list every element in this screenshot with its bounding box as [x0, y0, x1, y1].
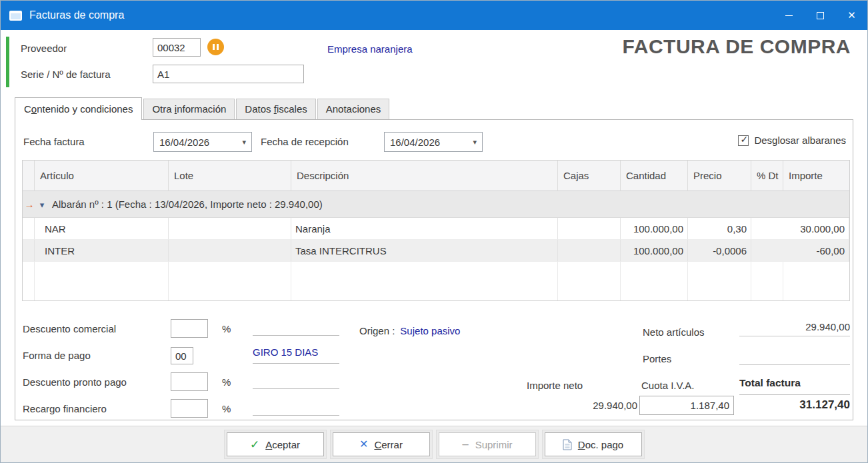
- window-controls: ✕: [773, 1, 867, 30]
- tab-anotaciones[interactable]: Anotaciones: [317, 99, 390, 119]
- col-descripcion[interactable]: Descripción: [291, 161, 558, 191]
- cerrar-button[interactable]: ✕ Cerrar: [333, 432, 430, 456]
- percent-label: %: [222, 323, 231, 334]
- close-x-icon: ✕: [359, 439, 368, 450]
- cuota-iva-input[interactable]: [639, 396, 734, 415]
- tab-panel: Fecha factura 16/04/2026 Fecha de recepc…: [15, 119, 853, 420]
- app-icon: [9, 11, 22, 21]
- facturas-compra-window: Facturas de compra ✕ Proveedor Empresa n…: [0, 0, 868, 463]
- cell-dto[interactable]: [751, 218, 783, 240]
- chevron-down-icon: [473, 138, 477, 147]
- col-cajas[interactable]: Cajas: [558, 161, 621, 191]
- tab-contenido-condiciones[interactable]: Contenido y condiciones: [15, 97, 142, 120]
- desglosar-group: Desglosar albaranes: [738, 135, 846, 146]
- col-cantidad[interactable]: Cantidad: [621, 161, 688, 191]
- cell-cajas[interactable]: [558, 218, 621, 240]
- recargo-display: [253, 400, 339, 416]
- cell-cajas[interactable]: [558, 240, 621, 262]
- desglosar-label: Desglosar albaranes: [754, 135, 846, 146]
- cell-lote[interactable]: [169, 218, 291, 240]
- portes-value: [739, 349, 850, 365]
- col-selector: [23, 161, 35, 191]
- expand-chevron-icon[interactable]: [36, 199, 48, 210]
- cell-descripcion[interactable]: Tasa INTERCITRUS: [291, 240, 558, 262]
- serie-label: Serie / Nº de factura: [21, 69, 111, 80]
- importe-neto-value: 29.940,00: [527, 400, 637, 411]
- tab-bar: Contenido y condiciones Otra información…: [15, 97, 867, 119]
- cuota-iva-label: Cuota I.V.A.: [641, 380, 695, 391]
- cell-cantidad[interactable]: 100.000,00: [621, 240, 688, 262]
- maximize-icon: [817, 12, 824, 19]
- total-factura-label: Total factura: [739, 377, 850, 389]
- aceptar-button[interactable]: ✓ Aceptar: [227, 432, 324, 456]
- cell-dto[interactable]: [751, 240, 783, 262]
- forma-pago-label: Forma de pago: [23, 350, 91, 361]
- tab-datos-fiscales[interactable]: Datos fiscales: [236, 99, 315, 119]
- button-bar: ✓ Aceptar ✕ Cerrar − Suprimir: [1, 426, 867, 462]
- invoice-header: Proveedor Empresa naranjera Serie / Nº d…: [1, 30, 867, 97]
- descuento-pronto-input[interactable]: [171, 372, 208, 391]
- cell-descripcion[interactable]: Naranja: [291, 218, 558, 240]
- col-articulo[interactable]: Artículo: [35, 161, 169, 191]
- titlebar[interactable]: Facturas de compra ✕: [1, 1, 867, 30]
- cell-lote[interactable]: [169, 240, 291, 262]
- col-precio[interactable]: Precio: [688, 161, 751, 191]
- neto-articulos-value: 29.940,00: [739, 321, 850, 336]
- forma-pago-display: GIRO 15 DIAS: [253, 346, 339, 364]
- client-area: Proveedor Empresa naranjera Serie / Nº d…: [1, 30, 867, 426]
- descuento-pronto-display: [253, 373, 339, 389]
- fecha-recepcion-label: Fecha de recepción: [261, 136, 349, 147]
- row-selector: [23, 218, 35, 240]
- close-button[interactable]: ✕: [836, 1, 867, 30]
- cell-cantidad[interactable]: 100.000,00: [621, 218, 688, 240]
- recargo-label: Recargo financiero: [23, 403, 107, 414]
- proveedor-name: Empresa naranjera: [327, 43, 413, 55]
- lines-table: Artículo Lote Descripción Cajas Cantidad…: [22, 160, 850, 301]
- suprimir-button[interactable]: − Suprimir: [439, 432, 536, 456]
- fecha-factura-select[interactable]: 16/04/2026: [153, 132, 252, 152]
- serie-input[interactable]: [153, 65, 304, 83]
- minus-icon: −: [462, 438, 469, 451]
- cell-precio[interactable]: 0,30: [688, 218, 751, 240]
- col-lote[interactable]: Lote: [169, 161, 291, 191]
- document-title: FACTURA DE COMPRA: [623, 35, 851, 58]
- proveedor-input[interactable]: [153, 38, 201, 57]
- cell-articulo[interactable]: NAR: [35, 218, 169, 240]
- descuento-comercial-input[interactable]: [171, 319, 208, 338]
- col-dto[interactable]: % Dt: [751, 161, 783, 191]
- current-row-arrow-icon: [23, 199, 36, 210]
- recargo-input[interactable]: [171, 399, 208, 418]
- cell-precio[interactable]: -0,0006: [688, 240, 751, 262]
- albaran-group-row[interactable]: Albarán nº : 1 (Fecha : 13/04/2026, Impo…: [23, 191, 849, 218]
- forma-pago-input[interactable]: [171, 347, 193, 364]
- window-title: Facturas de compra: [29, 9, 124, 21]
- cell-importe[interactable]: 30.000,00: [783, 218, 849, 240]
- importe-neto-label: Importe neto: [527, 380, 583, 391]
- albaran-group-label: Albarán nº : 1 (Fecha : 13/04/2026, Impo…: [52, 199, 323, 210]
- document-icon: [563, 439, 572, 450]
- tab-otra-informacion[interactable]: Otra información: [143, 99, 235, 119]
- maximize-button[interactable]: [805, 1, 836, 30]
- desglosar-checkbox[interactable]: [738, 135, 749, 146]
- cell-importe[interactable]: -60,00: [783, 240, 849, 262]
- origen-row: Origen : Sujeto pasivo: [359, 325, 460, 336]
- col-importe[interactable]: Importe: [783, 161, 849, 191]
- percent-label: %: [222, 376, 231, 388]
- check-icon: ✓: [250, 439, 259, 450]
- descuento-pronto-label: Descuento pronto pago: [23, 376, 127, 388]
- descuento-comercial-label: Descuento comercial: [23, 323, 116, 334]
- pause-lookup-button[interactable]: [207, 39, 224, 55]
- minimize-button[interactable]: [773, 1, 805, 30]
- minimize-icon: [785, 15, 793, 16]
- descuento-comercial-display: [253, 320, 339, 336]
- fecha-factura-label: Fecha factura: [23, 136, 85, 147]
- proveedor-label: Proveedor: [21, 43, 67, 54]
- doc-pago-button[interactable]: Doc. pago: [545, 432, 642, 456]
- row-selector: [23, 240, 35, 262]
- total-factura-value: 31.127,40: [739, 394, 850, 412]
- neto-articulos-label: Neto artículos: [643, 326, 705, 338]
- origen-label: Origen :: [359, 325, 395, 336]
- cell-articulo[interactable]: INTER: [35, 240, 169, 262]
- fecha-recepcion-select[interactable]: 16/04/2026: [384, 132, 483, 152]
- origen-value: Sujeto pasivo: [400, 325, 460, 336]
